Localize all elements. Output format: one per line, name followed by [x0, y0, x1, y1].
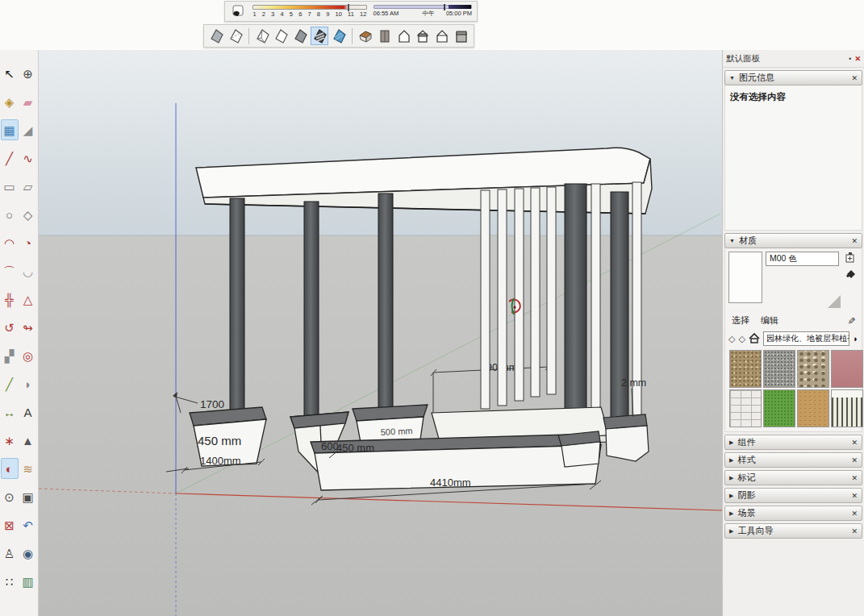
tool-texture-paint-icon[interactable]: ▦	[1, 119, 19, 140]
section-shadows[interactable]: ▶ 阴影 ✕	[724, 488, 862, 503]
tool-text-icon[interactable]: A	[19, 402, 37, 422]
section-components[interactable]: ▶ 组件 ✕	[724, 435, 862, 450]
tool-scale-icon[interactable]: ▞	[1, 345, 19, 366]
tool-follow-me-icon[interactable]: ↬	[19, 317, 37, 338]
shaded-face-icon[interactable]	[291, 27, 309, 45]
material-name-input[interactable]	[766, 252, 839, 266]
tool-offset-icon[interactable]: ◎	[19, 345, 37, 366]
tool-dimension-icon[interactable]: ↔	[1, 402, 19, 422]
section-scenes[interactable]: ▶ 场景 ✕	[724, 506, 862, 521]
modeling-viewport[interactable]: 390 mm	[39, 50, 722, 616]
tool-pan-icon[interactable]: ≋	[19, 458, 37, 479]
entity-info-header[interactable]: ▼ 图元信息 ✕	[724, 70, 862, 85]
section-close-icon[interactable]: ✕	[851, 510, 858, 518]
section-close-icon[interactable]: ✕	[851, 456, 858, 464]
tool-axes-icon[interactable]: ∗	[1, 430, 19, 451]
time-slider[interactable]	[374, 5, 473, 9]
tray-close-icon[interactable]: ✕	[854, 55, 861, 63]
tool-soften-edges-icon[interactable]: ◢	[19, 119, 37, 140]
paint-bucket-icon[interactable]	[845, 268, 857, 282]
view-front-icon[interactable]	[395, 27, 413, 45]
view-right-icon[interactable]	[415, 27, 432, 45]
tool-walk-icon[interactable]: ∷	[1, 571, 19, 592]
swatch-pavers-white[interactable]	[729, 389, 762, 427]
tab-edit[interactable]: 编辑	[761, 314, 778, 327]
swatch-gravel-brown[interactable]	[729, 350, 762, 388]
tool-previous-view-icon[interactable]: ↶	[19, 514, 37, 535]
tool-paint-bucket-icon[interactable]: ◈	[1, 91, 19, 112]
hidden-line-face-icon[interactable]	[273, 27, 290, 45]
back-icon[interactable]: ◇	[728, 334, 735, 344]
eyedropper-icon[interactable]: ✎	[845, 316, 857, 324]
tool-position-camera-icon[interactable]: ♙	[1, 543, 19, 564]
toolbar-separator	[248, 28, 249, 44]
section-close-icon[interactable]: ✕	[851, 474, 858, 482]
create-material-icon[interactable]	[845, 252, 856, 264]
shadow-toolbar: 123456789101112 06:55 AM 中午 05:00 PM	[224, 1, 478, 22]
forward-icon[interactable]: ◇	[738, 334, 745, 344]
xray-face-icon[interactable]	[207, 27, 225, 45]
materials-close-icon[interactable]: ✕	[851, 237, 858, 245]
tool-tape-measure-icon[interactable]: ╱	[1, 373, 19, 394]
date-slider[interactable]	[253, 5, 366, 10]
tool-move-icon[interactable]: ╬	[1, 289, 19, 310]
preview-resize-corner[interactable]	[828, 295, 841, 308]
tool-make-component-icon[interactable]: ⊕	[19, 63, 37, 84]
tool-rotated-rectangle-icon[interactable]: ▱	[19, 176, 37, 197]
swatch-rose-stucco[interactable]	[831, 350, 863, 388]
expand-icon: ▶	[729, 493, 733, 499]
tool-push-pull-icon[interactable]: △	[19, 289, 37, 310]
entity-info-close-icon[interactable]: ✕	[851, 74, 858, 82]
tool-three-point-arc-icon[interactable]: ◡	[19, 260, 37, 281]
collection-dropdown[interactable]: 园林绿化、地被层和植被 ∨	[763, 331, 849, 346]
section-tags[interactable]: ▶ 标记 ✕	[724, 470, 862, 485]
section-styles[interactable]: ▶ 样式 ✕	[724, 452, 862, 468]
section-instructor[interactable]: ▶ 工具向导 ✕	[724, 523, 862, 539]
swatch-mulch-tan[interactable]	[797, 389, 829, 427]
tool-orbit-icon[interactable]: ◐	[1, 458, 19, 479]
wireframe-face-icon[interactable]	[253, 27, 271, 45]
section-close-icon[interactable]: ✕	[851, 439, 858, 447]
tool-freehand-icon[interactable]: ∿	[19, 148, 37, 169]
tool-rotate-icon[interactable]: ↺	[1, 317, 19, 338]
materials-header[interactable]: ▼ 材质 ✕	[724, 233, 862, 248]
date-slider-handle[interactable]	[348, 4, 349, 11]
tool-pie-icon[interactable]: ◔	[19, 232, 37, 253]
tool-arc-icon[interactable]: ◠	[1, 232, 19, 253]
swatch-fence-white[interactable]	[831, 389, 863, 427]
tool-zoom-icon[interactable]: ⊙	[1, 486, 19, 507]
tool-section-plane-icon[interactable]: ▥	[19, 571, 37, 592]
view-iso-icon[interactable]	[357, 27, 374, 45]
view-top-icon[interactable]	[376, 27, 394, 45]
tool-protractor-icon[interactable]: ◗	[19, 373, 37, 394]
view-back-icon[interactable]	[433, 27, 451, 45]
tool-line-icon[interactable]: ╱	[1, 148, 19, 169]
section-close-icon[interactable]: ✕	[851, 527, 858, 535]
view-left-icon[interactable]	[453, 27, 470, 45]
swatch-pebbles[interactable]	[797, 350, 829, 388]
material-preview[interactable]	[728, 252, 762, 303]
tool-rectangle-icon[interactable]: ▭	[1, 176, 19, 197]
tool-look-around-icon[interactable]: ◉	[19, 543, 37, 564]
month-label: 3	[271, 10, 274, 18]
tool-polygon-icon[interactable]: ◇	[19, 204, 37, 225]
shaded-textures-face-icon[interactable]	[311, 27, 328, 45]
tool-zoom-window-icon[interactable]: ▣	[19, 486, 37, 507]
tool-zoom-extents-icon[interactable]: ⊠	[1, 514, 19, 535]
tool-3d-text-icon[interactable]: ▲	[19, 430, 37, 451]
home-icon[interactable]	[749, 333, 760, 345]
tab-select[interactable]: 选择	[732, 314, 749, 327]
back-edges-face-icon[interactable]	[227, 27, 244, 45]
pin-icon[interactable]: ▪	[849, 55, 852, 62]
details-icon[interactable]: ◗	[853, 334, 858, 343]
section-close-icon[interactable]: ✕	[851, 492, 858, 500]
swatch-gravel-gray[interactable]	[763, 350, 795, 388]
tool-circle-icon[interactable]: ○	[1, 204, 19, 225]
monochrome-face-icon[interactable]	[330, 27, 348, 45]
tool-eraser-icon[interactable]: ▰	[19, 91, 37, 112]
shadow-settings-icon[interactable]	[230, 3, 246, 19]
time-slider-handle[interactable]	[444, 4, 445, 10]
tool-select-icon[interactable]: ↖	[1, 63, 19, 84]
swatch-grass-green[interactable]	[763, 389, 795, 427]
tool-two-point-arc-icon[interactable]: ⌒	[1, 260, 19, 281]
